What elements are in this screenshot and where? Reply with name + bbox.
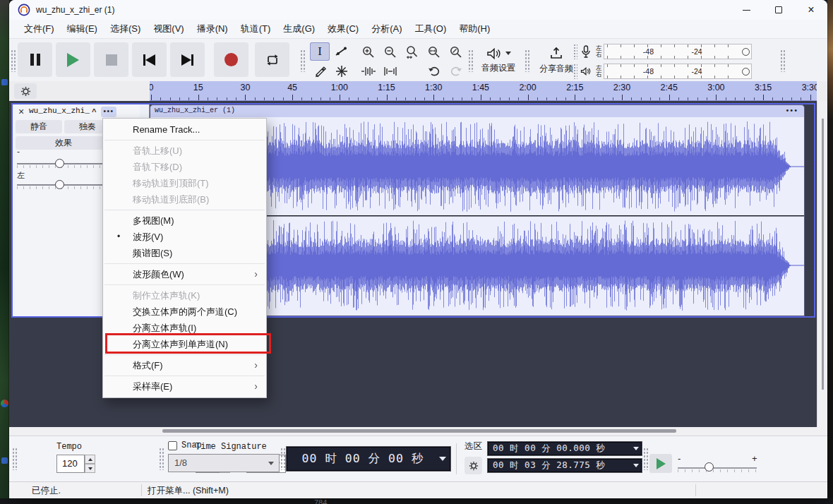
stop-button[interactable] <box>94 42 128 77</box>
playback-meter-scale[interactable]: -48 -24 <box>604 64 752 79</box>
vertical-scrollbar-thumb[interactable] <box>822 119 824 390</box>
menu-generate[interactable]: 生成(G) <box>277 20 321 38</box>
trim-audio-button[interactable] <box>358 62 379 80</box>
menu-item-0[interactable]: Rename Track... <box>103 121 266 138</box>
title-bar[interactable]: wu_zhu_x_zhi_er (1) × <box>9 0 827 20</box>
collapse-chevron-icon[interactable]: ^ <box>92 107 96 116</box>
menu-item-11[interactable]: 波形颜色(W)› <box>103 266 266 282</box>
vertical-scrollbar[interactable] <box>817 101 827 427</box>
menu-item-label: 采样率(E) <box>133 381 172 392</box>
play-button[interactable] <box>56 42 90 77</box>
menu-item-9[interactable]: 频谱图(S) <box>103 245 266 261</box>
audio-position-display[interactable]: 00 时 00 分 00 秒 <box>286 446 451 472</box>
menu-select[interactable]: 选择(S) <box>104 20 147 38</box>
horizontal-scrollbar[interactable] <box>9 427 827 436</box>
menu-tools[interactable]: 工具(O) <box>408 20 453 38</box>
ruler-tick-minor <box>443 97 444 100</box>
redo-button[interactable] <box>445 62 467 80</box>
zoom-toggle-button[interactable] <box>445 43 467 61</box>
selection-tool-button[interactable]: I <box>310 42 330 61</box>
grip-handle[interactable] <box>468 49 474 72</box>
menu-item-8[interactable]: 波形(V)• <box>103 229 266 245</box>
bottom-toolbar: Tempo 120 Time Signature 4 / 4 Snap 1/8 <box>9 436 827 481</box>
menu-view[interactable]: 视图(V) <box>147 20 190 38</box>
selection-options-button[interactable] <box>465 457 482 474</box>
clip-menu-button[interactable]: ••• <box>786 106 798 114</box>
menu-item-label: 频谱图(S) <box>133 248 172 258</box>
meter-channel-labels: 左右 <box>594 45 604 58</box>
horizontal-scrollbar-thumb[interactable] <box>162 429 676 433</box>
menu-item-20[interactable]: 采样率(E)› <box>103 378 266 395</box>
grip-handle[interactable] <box>643 448 649 470</box>
playback-speed-slider-thumb[interactable] <box>705 462 714 472</box>
caret-down-icon <box>633 464 639 467</box>
ruler-label-2:30: 2:30 <box>613 83 630 92</box>
pan-slider-thumb[interactable] <box>55 180 64 189</box>
zoom-selection-button[interactable] <box>402 43 423 61</box>
grip-handle[interactable] <box>525 49 530 72</box>
menu-item-16[interactable]: 分离立体声到单声道(N) <box>103 336 266 352</box>
maximize-button[interactable] <box>762 0 795 20</box>
ruler-tick-minor <box>273 97 274 100</box>
record-button[interactable] <box>214 42 248 77</box>
menu-help[interactable]: 帮助(H) <box>453 20 496 38</box>
zoom-in-button[interactable] <box>358 43 379 61</box>
track-menu-button[interactable]: ••• <box>101 107 116 117</box>
playback-speed-slider[interactable] <box>678 467 757 469</box>
track-close-button[interactable]: × <box>16 106 27 117</box>
selection-end-field[interactable]: 00 时 03 分 28.775 秒 <box>487 458 642 473</box>
mute-button[interactable]: 静音 <box>16 120 62 133</box>
zoom-out-button[interactable] <box>380 43 401 61</box>
undo-button[interactable] <box>424 62 445 80</box>
recording-meter[interactable]: 左右 -48 -24 <box>573 42 775 61</box>
effects-button[interactable]: 效果 <box>16 136 112 150</box>
playback-meter[interactable]: 左右 -48 -24 <box>573 62 775 80</box>
menu-analyze[interactable]: 分析(A) <box>365 20 408 38</box>
play-at-speed-button[interactable] <box>649 454 672 473</box>
selection-start-field[interactable]: 00 时 00 分 00.000 秒 <box>487 441 642 456</box>
tempo-spin-arrows[interactable] <box>85 455 95 473</box>
timeline-options-button[interactable] <box>14 83 37 99</box>
multi-tool-button[interactable] <box>332 62 352 80</box>
grip-handle[interactable] <box>11 49 16 72</box>
gain-slider-thumb[interactable] <box>55 159 64 168</box>
tempo-value[interactable]: 120 <box>56 455 85 473</box>
menu-transport[interactable]: 播录(N) <box>191 20 234 38</box>
fit-project-button[interactable] <box>424 43 445 61</box>
menu-file[interactable]: 文件(F) <box>18 20 61 38</box>
menu-edit[interactable]: 编辑(E) <box>61 20 104 38</box>
tempo-spinner[interactable]: 120 <box>56 455 95 473</box>
minimize-button[interactable] <box>730 0 762 20</box>
grip-handle[interactable] <box>12 448 18 470</box>
menu-item-7[interactable]: 多视图(M) <box>103 212 266 229</box>
caret-down-icon <box>633 447 639 450</box>
grip-handle[interactable] <box>159 448 164 470</box>
draw-tool-button[interactable] <box>310 62 330 80</box>
menu-tracks[interactable]: 轨道(T) <box>234 20 277 38</box>
menu-item-15[interactable]: 分离立体声轨(I) <box>103 320 266 336</box>
clip-header[interactable]: wu_zhu_x_zhi_er (1) ••• <box>150 104 805 117</box>
menu-item-label: 分离立体声到单声道(N) <box>133 339 228 349</box>
ruler-label-2:15: 2:15 <box>566 83 583 92</box>
meter-clip-indicator <box>742 48 750 56</box>
menu-item-18[interactable]: 格式(F)› <box>103 357 266 373</box>
loop-button[interactable] <box>255 42 289 77</box>
grip-handle[interactable] <box>780 49 786 72</box>
menu-effect[interactable]: 效果(C) <box>321 20 365 38</box>
grip-handle[interactable] <box>280 448 286 470</box>
snap-checkbox[interactable] <box>168 441 177 450</box>
recording-meter-scale[interactable]: -48 -24 <box>604 44 752 59</box>
silence-audio-button[interactable] <box>380 62 401 80</box>
time-ruler[interactable]: 01530451:001:151:301:452:002:152:302:453… <box>150 81 817 101</box>
track-name[interactable]: wu_zhu_x_zhi_ <box>29 107 90 115</box>
envelope-tool-button[interactable] <box>332 42 352 61</box>
snap-mode-dropdown[interactable]: 1/8 <box>168 454 280 472</box>
ruler-tick-major <box>340 95 340 100</box>
audio-setup-button[interactable]: 音频设置 <box>474 41 523 80</box>
pause-button[interactable] <box>18 42 52 77</box>
skip-to-end-button[interactable] <box>170 42 205 77</box>
skip-to-start-button[interactable] <box>132 42 167 77</box>
menu-item-14[interactable]: 交换立体声的两个声道(C) <box>103 304 266 320</box>
close-button[interactable]: × <box>795 0 827 20</box>
grip-handle[interactable] <box>300 49 306 72</box>
